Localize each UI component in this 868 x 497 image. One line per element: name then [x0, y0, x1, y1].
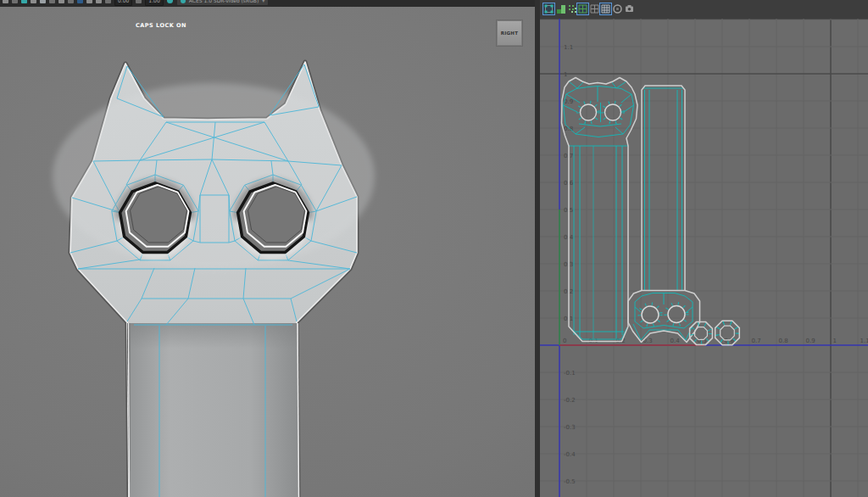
svg-text:-0.4: -0.4 — [564, 451, 576, 458]
svg-text:1.1: 1.1 — [564, 44, 573, 51]
paste-icon[interactable] — [96, 0, 102, 3]
svg-text:0.7: 0.7 — [752, 338, 761, 344]
color-profile-value: ACES 1.0 SDR-video (sRGB) — [189, 0, 259, 6]
svg-text:-0.1: -0.1 — [564, 370, 576, 377]
copy-icon[interactable] — [86, 0, 92, 3]
texture-grid-icon[interactable] — [600, 3, 611, 14]
magnet-icon[interactable] — [21, 0, 27, 3]
mirror-icon[interactable] — [68, 0, 74, 3]
svg-text:-0.2: -0.2 — [564, 397, 576, 404]
uv-eye-circle — [581, 104, 597, 120]
uv-vertex-mode-icon[interactable] — [543, 3, 554, 14]
svg-text:0.4: 0.4 — [670, 338, 681, 344]
svg-text:0.6: 0.6 — [725, 338, 735, 344]
main-toolbar-row: 0.00 1.00 ACES 1.0 SDR-video (sRGB) ▾ — [0, 0, 269, 7]
grid-snap-icon[interactable] — [577, 3, 588, 14]
history-icon[interactable] — [105, 0, 111, 3]
snap-icon[interactable] — [31, 0, 36, 3]
perspective-viewport[interactable]: CAPS LOCK ON RIGHT — [0, 7, 535, 497]
shield-icon[interactable] — [40, 0, 46, 3]
snapshot-icon[interactable] — [624, 3, 635, 14]
svg-text:0.8: 0.8 — [779, 338, 788, 344]
dropdown-icon[interactable] — [12, 0, 18, 3]
chevron-down-icon: ▾ — [262, 0, 264, 6]
uv-viewport[interactable]: 1.110.90.80.70.60.50.40.30.20.10-0.1-0.2… — [540, 19, 868, 497]
layers-icon[interactable] — [49, 0, 55, 3]
color-profile-dropdown[interactable]: ACES 1.0 SDR-video (sRGB) ▾ — [176, 0, 270, 6]
view-orientation-button[interactable]: RIGHT — [497, 20, 522, 46]
transform-x-field[interactable]: 0.00 — [114, 0, 132, 6]
grid-icon[interactable] — [589, 3, 600, 14]
uv-eye-circle — [668, 306, 685, 323]
caps-lock-indicator: CAPS LOCK ON — [136, 22, 186, 29]
svg-text:-0.5: -0.5 — [564, 478, 576, 485]
uv-edge-mode-icon[interactable] — [556, 3, 567, 14]
select-icon[interactable] — [3, 0, 8, 3]
main-toolbar: 0.00 1.00 ACES 1.0 SDR-video (sRGB) ▾ — [0, 0, 535, 7]
svg-text:1: 1 — [564, 71, 567, 78]
uv-island-back[interactable] — [628, 86, 700, 343]
svg-text:0: 0 — [563, 338, 566, 344]
svg-text:1: 1 — [833, 338, 837, 344]
svg-text:-0.3: -0.3 — [564, 424, 576, 431]
uv-grid — [540, 19, 868, 497]
svg-text:0.9: 0.9 — [806, 338, 815, 344]
pivot-icon[interactable] — [58, 0, 64, 3]
toolbar-icons — [3, 0, 111, 3]
panel-divider[interactable] — [535, 0, 540, 497]
cat-model-render — [0, 7, 535, 497]
texture-dim-icon[interactable] — [612, 3, 623, 14]
uv-eye-circle — [642, 306, 659, 323]
svg-text:1.1: 1.1 — [860, 338, 868, 344]
uv-editor-panel[interactable]: 1.110.90.80.70.60.50.40.30.20.10-0.1-0.2… — [540, 0, 868, 497]
uv-axes — [540, 19, 868, 497]
application-window: 0.00 1.00 ACES 1.0 SDR-video (sRGB) ▾ — [0, 0, 868, 497]
color-management-icon[interactable] — [167, 0, 173, 3]
right-eye-hole — [237, 183, 309, 256]
left-eye-hole — [120, 183, 191, 256]
cat-neck — [127, 323, 299, 497]
profile-swatch-icon — [181, 0, 186, 3]
refresh-icon[interactable] — [136, 0, 142, 3]
active-tool-icon[interactable] — [77, 0, 83, 3]
uv-toolbar — [540, 0, 868, 20]
transform-y-field[interactable]: 1.00 — [145, 0, 163, 6]
uv-eye-circle — [605, 104, 621, 120]
